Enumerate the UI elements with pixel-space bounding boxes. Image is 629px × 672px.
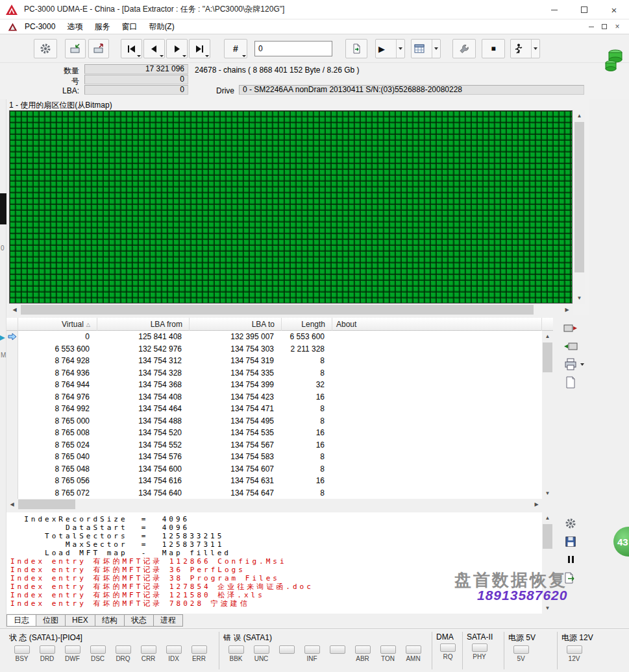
print-dropdown-icon[interactable]: [580, 363, 584, 366]
scroll-down-icon[interactable]: ▼: [574, 293, 585, 304]
menu-item-3[interactable]: 窗口: [116, 22, 143, 31]
cell-length: 8: [282, 403, 332, 415]
save-log-button[interactable]: [562, 534, 579, 549]
nav-last-button[interactable]: [189, 39, 210, 58]
log-settings-button[interactable]: [562, 516, 579, 531]
maximize-button[interactable]: [569, 0, 599, 19]
load-map-button[interactable]: [562, 339, 579, 354]
left-dock-strip: 0 M: [0, 99, 6, 628]
tools-button[interactable]: [452, 39, 476, 58]
table-row[interactable]: 8 765 056134 754 616134 754 63116: [6, 475, 542, 487]
dock-arrow-icon: [0, 334, 6, 342]
mdi-minimize-button[interactable]: [585, 21, 598, 32]
notification-badge[interactable]: 43: [613, 527, 629, 557]
cell-lba-from: 134 754 616: [97, 475, 190, 487]
table-row[interactable]: 8 765 048134 754 600134 754 6078: [6, 463, 542, 475]
table-row[interactable]: 8 764 928134 754 312134 754 3198: [6, 355, 542, 367]
column-header-lba-to[interactable]: LBA to: [190, 318, 282, 331]
table-vertical-scrollbar[interactable]: ▲ ▼: [542, 331, 553, 499]
table-row[interactable]: 8 764 936134 754 328134 754 3358: [6, 367, 542, 379]
scrollbar-thumb[interactable]: [543, 342, 552, 372]
view-mode-button[interactable]: [411, 39, 441, 58]
stop-icon: ■: [491, 45, 495, 53]
table-row[interactable]: 8 764 976134 754 408134 754 42316: [6, 391, 542, 403]
cell-length: 16: [282, 439, 332, 451]
menu-item-0[interactable]: PC-3000: [19, 22, 61, 31]
nav-first-button[interactable]: [121, 39, 142, 58]
menu-item-1[interactable]: 选项: [61, 22, 88, 31]
start-button[interactable]: ▶: [375, 39, 405, 58]
scrollbar-thumb[interactable]: [543, 524, 552, 549]
tab-3[interactable]: 结构: [95, 614, 125, 627]
hash-icon: #: [233, 44, 238, 53]
process-run-button[interactable]: [510, 39, 540, 58]
scroll-right-icon[interactable]: ▶: [561, 304, 573, 315]
scroll-left-icon[interactable]: ◀: [6, 499, 18, 510]
bitmap-horizontal-scrollbar[interactable]: ◀ ▶: [9, 304, 573, 315]
table-row[interactable]: 6 553 600132 542 976134 754 3032 211 328: [6, 343, 542, 355]
table-row[interactable]: 8 765 072134 754 640134 754 6478: [6, 487, 542, 499]
start-dropdown[interactable]: [396, 40, 404, 58]
tab-1[interactable]: 位图: [36, 614, 66, 627]
goto-sector-number-button[interactable]: #: [224, 39, 247, 58]
scroll-down-icon[interactable]: ▼: [542, 603, 553, 614]
table-row[interactable]: 8 764 944134 754 368134 754 39932: [6, 379, 542, 391]
tab-0[interactable]: 日志: [6, 614, 36, 627]
table-row[interactable]: 8 765 008134 754 520134 754 53516: [6, 427, 542, 439]
table-row[interactable]: 8 765 000134 754 488134 754 4958: [6, 415, 542, 427]
count-label: 数量: [26, 66, 79, 77]
nav-prev-button[interactable]: [143, 39, 165, 58]
column-header-about[interactable]: About: [332, 318, 542, 331]
print-button[interactable]: [562, 357, 579, 372]
sector-number-input[interactable]: [255, 44, 359, 53]
pause-log-button[interactable]: [562, 552, 579, 567]
mdi-minimize-icon: [589, 27, 594, 27]
drive-tool-float[interactable]: [602, 48, 624, 75]
table-row[interactable]: 8 765 024134 754 552134 754 56716: [6, 439, 542, 451]
nav-next-button[interactable]: [166, 39, 188, 58]
report-button[interactable]: [562, 375, 579, 390]
stop-button[interactable]: ■: [482, 39, 505, 58]
scroll-up-icon[interactable]: ▲: [542, 512, 553, 523]
minimize-button[interactable]: [539, 0, 569, 19]
table-row[interactable]: 8 764 992134 754 464134 754 4718: [6, 403, 542, 415]
mdi-restore-button[interactable]: [598, 21, 611, 32]
led-label: DRQ: [110, 655, 136, 663]
scroll-left-icon[interactable]: ◀: [9, 304, 20, 315]
row-gutter: [6, 331, 18, 343]
tab-5[interactable]: 进程: [154, 614, 183, 627]
table-row[interactable]: 0125 841 408132 395 0076 553 600: [6, 331, 542, 343]
menu-item-4[interactable]: 帮助(Z): [143, 22, 180, 31]
log-line: Index entry 有坏的MFT记录 112866 Config.Msi: [10, 557, 540, 566]
table-horizontal-scrollbar[interactable]: ◀ ▶: [6, 499, 542, 510]
scroll-right-icon[interactable]: ▶: [531, 499, 542, 510]
column-header-virtual[interactable]: Virtual △: [18, 318, 97, 331]
column-header-lba-from[interactable]: LBA from: [97, 318, 190, 331]
table-body: 0125 841 408132 395 0076 553 6006 553 60…: [6, 331, 542, 499]
scroll-down-icon[interactable]: ▼: [542, 488, 553, 499]
process-run-dropdown[interactable]: [531, 40, 539, 58]
menu-item-2[interactable]: 服务: [88, 22, 116, 31]
scrollbar-thumb[interactable]: [21, 305, 534, 315]
save-task-button[interactable]: [88, 39, 109, 58]
drive-export-icon: [563, 322, 578, 334]
sector-bitmap-grid[interactable]: [9, 110, 573, 304]
process-settings-button[interactable]: [34, 39, 57, 58]
table-row[interactable]: 8 765 040134 754 576134 754 5838: [6, 451, 542, 463]
scroll-up-icon[interactable]: ▲: [574, 110, 585, 121]
read-task-button[interactable]: [65, 39, 86, 58]
led-label: RQ: [436, 653, 460, 661]
column-header-length[interactable]: Length: [282, 318, 332, 331]
tab-4[interactable]: 状态: [125, 614, 154, 627]
goto-object-button[interactable]: [345, 39, 367, 58]
scrollbar-thumb[interactable]: [18, 499, 75, 509]
bitmap-vertical-scrollbar[interactable]: ▲ ▼: [574, 110, 585, 304]
status-led-BBK: BBK: [223, 645, 249, 663]
tab-2[interactable]: HEX: [66, 614, 95, 627]
scrollbar-thumb[interactable]: [574, 122, 584, 272]
view-mode-dropdown[interactable]: [432, 40, 440, 58]
mdi-close-button[interactable]: ×: [611, 21, 624, 32]
close-button[interactable]: ×: [599, 0, 629, 19]
scroll-up-icon[interactable]: ▲: [542, 331, 553, 342]
save-map-button[interactable]: [562, 320, 579, 335]
